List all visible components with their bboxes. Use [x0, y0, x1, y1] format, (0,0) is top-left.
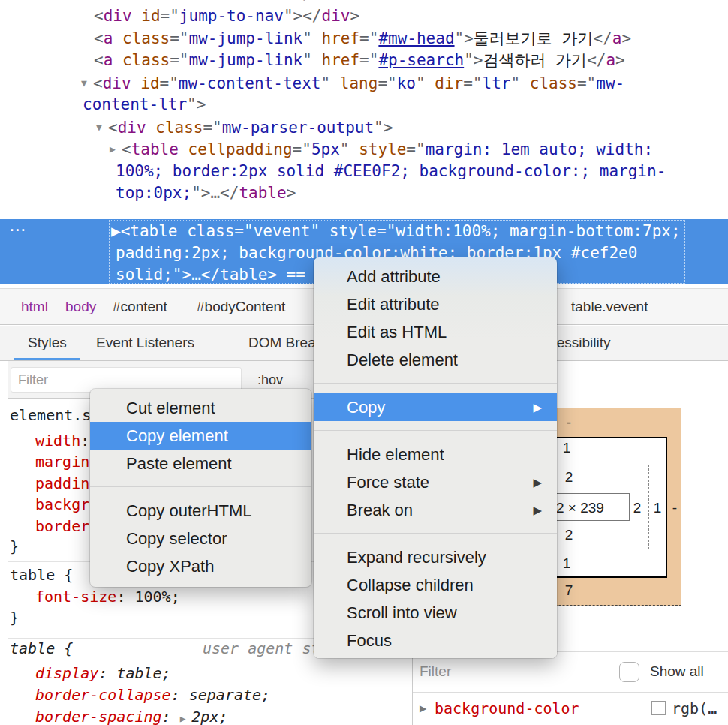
expand-arrow-icon[interactable]: ▶: [420, 695, 426, 722]
menu-item-break-on[interactable]: Break on▶: [314, 496, 557, 524]
elements-dom-tree[interactable]: <div id="contentSub"></div><div id="jump…: [0, 0, 728, 219]
show-all-label[interactable]: Show all: [650, 651, 704, 692]
dom-tree-line[interactable]: 100%; border:2px solid #CEE0F2; backgrou…: [116, 161, 666, 183]
crumb-html[interactable]: html: [21, 289, 48, 324]
dom-tree-line[interactable]: ▼<div class="mw-parser-output">: [96, 116, 393, 140]
expand-arrow-icon: ▶: [110, 138, 122, 161]
padding-right-value: 2: [633, 500, 642, 516]
padding-top-value: 2: [565, 469, 573, 486]
expand-arrow-icon: ▼: [96, 116, 108, 139]
submenu-arrow-icon: ▶: [533, 393, 542, 421]
css-rule-selector[interactable]: table {: [10, 566, 73, 584]
css-declaration-border-collapse[interactable]: border-collapse: separate;: [35, 686, 270, 704]
expand-value-arrow-icon[interactable]: ▶: [180, 713, 192, 724]
dom-tree-line[interactable]: top:0px;">…</table>: [116, 182, 296, 205]
menu-item-force-state[interactable]: Force state▶: [314, 468, 557, 496]
copy-submenu: Cut elementCopy elementPaste elementCopy…: [90, 389, 311, 587]
menu-item-edit-attribute[interactable]: Edit attribute: [314, 290, 557, 318]
menu-item-add-attribute[interactable]: Add attribute: [314, 263, 557, 290]
computed-property-value: rgb(: [672, 722, 708, 725]
panel-left-border: [8, 0, 8, 725]
crumb-body[interactable]: body: [65, 289, 96, 324]
css-declaration-display[interactable]: display: table;: [35, 664, 171, 682]
divider: [413, 692, 728, 693]
selected-node-line: ▶<table class="vevent" style="width:100%…: [110, 221, 684, 242]
css-declaration-border-spacing[interactable]: border-spacing: ▶ 2px;: [35, 708, 228, 725]
crumb-content[interactable]: #content: [113, 289, 167, 324]
css-rule-close-brace: }: [10, 537, 19, 555]
dom-tree-line[interactable]: <div id="jump-to-nav"></div>: [94, 5, 359, 28]
menu-item-expand-recursively[interactable]: Expand recursively: [314, 543, 557, 571]
menu-item-paste-element[interactable]: Paste element: [90, 450, 311, 477]
menu-item-hide-element[interactable]: Hide element: [314, 441, 557, 468]
show-all-checkbox[interactable]: [619, 662, 639, 682]
dom-tree-line[interactable]: <a class="mw-jump-link" href="#mw-head">…: [94, 28, 631, 50]
computed-property-name: border-bottom-color: [435, 722, 606, 725]
computed-property-value: rgb(…: [672, 695, 717, 722]
menu-separator: [90, 477, 311, 497]
border-top-value: 1: [563, 440, 571, 456]
content-size-value: 2 × 239: [556, 500, 604, 516]
menu-separator: [314, 524, 557, 543]
menu-item-scroll-into-view[interactable]: Scroll into view: [314, 599, 557, 627]
expand-arrow-icon[interactable]: ▶: [420, 722, 426, 725]
dom-tree-line[interactable]: ▶<table cellpadding="5px" style="margin:…: [110, 138, 653, 161]
submenu-arrow-icon: ▶: [533, 496, 542, 524]
dom-tree-line[interactable]: content-ltr">: [83, 94, 206, 116]
context-menu: Add attributeEdit attributeEdit as HTMLD…: [314, 257, 557, 658]
dom-tree-line[interactable]: ▼<div id="mw-content-text" lang="ko" dir…: [81, 72, 624, 95]
expand-arrow-icon: ▼: [81, 72, 93, 95]
submenu-arrow-icon: ▶: [533, 468, 542, 496]
color-swatch-icon: [651, 701, 666, 715]
margin-bottom-value: 7: [565, 582, 573, 599]
menu-separator: [314, 421, 557, 441]
css-rule-selector[interactable]: table {user agent stylesheet: [10, 639, 73, 657]
dom-tree-line[interactable]: <a class="mw-jump-link" href="#p-search"…: [94, 50, 625, 72]
menu-item-copy-selector[interactable]: Copy selector: [90, 525, 311, 552]
menu-item-edit-as-html[interactable]: Edit as HTML: [314, 318, 557, 346]
border-bottom-value: 1: [563, 555, 571, 572]
menu-item-cut-element[interactable]: Cut element: [90, 394, 311, 422]
crumb-table-vevent[interactable]: table.vevent: [571, 289, 648, 324]
tab-styles[interactable]: Styles: [28, 326, 67, 359]
border-right-value: 1: [654, 500, 662, 516]
padding-bottom-value: 2: [565, 527, 573, 543]
menu-item-focus[interactable]: Focus: [314, 627, 557, 654]
computed-property-row[interactable]: ▶background-colorrgb(…: [413, 695, 728, 722]
menu-item-copy-outerhtml[interactable]: Copy outerHTML: [90, 497, 311, 525]
css-rule-close-brace: }: [10, 609, 19, 627]
crumb-bodycontent[interactable]: #bodyContent: [197, 289, 285, 324]
menu-item-copy[interactable]: Copy▶: [314, 393, 557, 421]
overflow-dots-icon[interactable]: ⋯: [9, 219, 26, 241]
menu-item-copy-element[interactable]: Copy element: [90, 422, 311, 450]
tab-event-listeners[interactable]: Event Listeners: [96, 326, 194, 359]
menu-item-collapse-children[interactable]: Collapse children: [314, 571, 557, 599]
menu-item-copy-xpath[interactable]: Copy XPath: [90, 552, 311, 580]
menu-separator: [314, 374, 557, 393]
margin-right-value: -: [672, 500, 677, 516]
devtools-window: <div id="contentSub"></div><div id="jump…: [0, 0, 728, 725]
margin-top-value: -: [567, 414, 571, 431]
menu-item-delete-element[interactable]: Delete element: [314, 346, 557, 374]
css-declaration-font-size[interactable]: font-size: 100%;: [35, 588, 180, 606]
computed-property-row[interactable]: ▶border-bottom-colorrgb(: [413, 722, 728, 725]
computed-property-name: background-color: [435, 695, 579, 722]
